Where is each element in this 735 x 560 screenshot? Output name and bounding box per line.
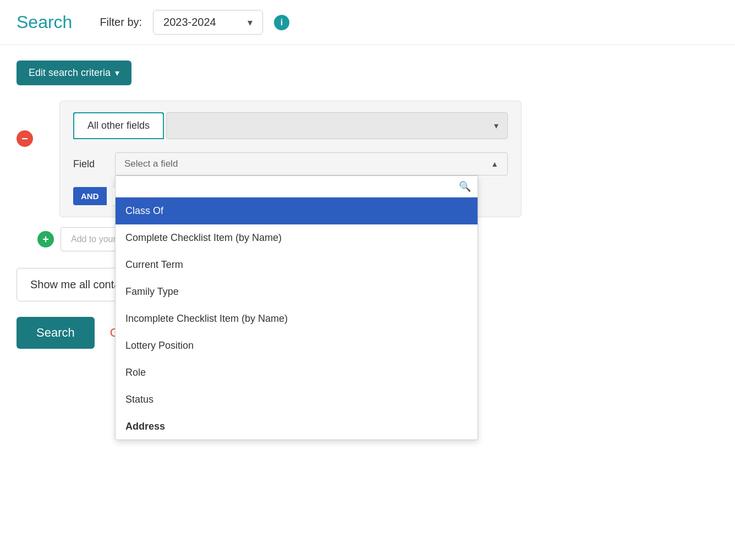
dropdown-option[interactable]: Address (116, 413, 478, 440)
criteria-wrapper: − All other fields ▾ Field (17, 101, 718, 251)
minus-icon: − (21, 133, 28, 144)
dropdown-option[interactable]: Lottery Position (116, 332, 478, 359)
edit-criteria-button[interactable]: Edit search criteria ▾ (17, 61, 131, 85)
dropdown-option[interactable]: Family Type (116, 278, 478, 305)
search-button[interactable]: Search (17, 317, 95, 349)
field-label: Field (73, 158, 106, 170)
filter-label: Filter by: (100, 16, 142, 29)
chevron-down-icon: ▾ (115, 68, 119, 78)
dropdown-option[interactable]: Incomplete Checklist Item (by Name) (116, 305, 478, 332)
chevron-down-icon: ▾ (248, 17, 253, 29)
dropdown-search-input[interactable] (122, 182, 459, 191)
chevron-up-icon: ▲ (491, 160, 498, 168)
tabs-row: All other fields ▾ (73, 112, 508, 139)
chevron-down-icon: ▾ (494, 120, 498, 131)
dropdown-search-row: 🔍 (116, 176, 478, 197)
field-select-trigger[interactable]: Select a field ▲ (115, 152, 508, 175)
search-icon: 🔍 (459, 180, 471, 193)
tab-all-other-fields[interactable]: All other fields (73, 112, 164, 139)
field-dropdown: 🔍 Class OfComplete Checklist Item (by Na… (115, 175, 478, 440)
add-criteria-button[interactable]: + (37, 231, 54, 248)
dropdown-option[interactable]: Class Of (116, 197, 478, 224)
plus-icon: + (42, 234, 49, 245)
dropdown-option[interactable]: Status (116, 386, 478, 413)
page-title: Search (17, 12, 72, 32)
page-header: Search Filter by: 2023-2024 ▾ i (0, 0, 735, 45)
dropdown-option[interactable]: Current Term (116, 251, 478, 278)
info-icon[interactable]: i (274, 15, 289, 30)
dropdown-option[interactable]: Role (116, 359, 478, 386)
remove-criteria-button[interactable]: − (17, 130, 33, 147)
dropdown-options: Class OfComplete Checklist Item (by Name… (116, 197, 478, 440)
filter-dropdown[interactable]: 2023-2024 ▾ (153, 10, 263, 35)
tab-second[interactable]: ▾ (166, 112, 508, 139)
and-button[interactable]: AND (73, 187, 107, 205)
edit-criteria-label: Edit search criteria (29, 67, 111, 79)
search-area: − All other fields ▾ Field (0, 101, 735, 349)
field-row: Field Select a field ▲ 🔍 (73, 147, 508, 181)
field-select-placeholder: Select a field (124, 158, 178, 169)
filter-value: 2023-2024 (163, 16, 216, 29)
field-select-container: Select a field ▲ 🔍 Class OfComplete Chec… (115, 152, 508, 175)
criteria-box: All other fields ▾ Field Select a field … (59, 101, 522, 217)
dropdown-option[interactable]: Complete Checklist Item (by Name) (116, 224, 478, 251)
